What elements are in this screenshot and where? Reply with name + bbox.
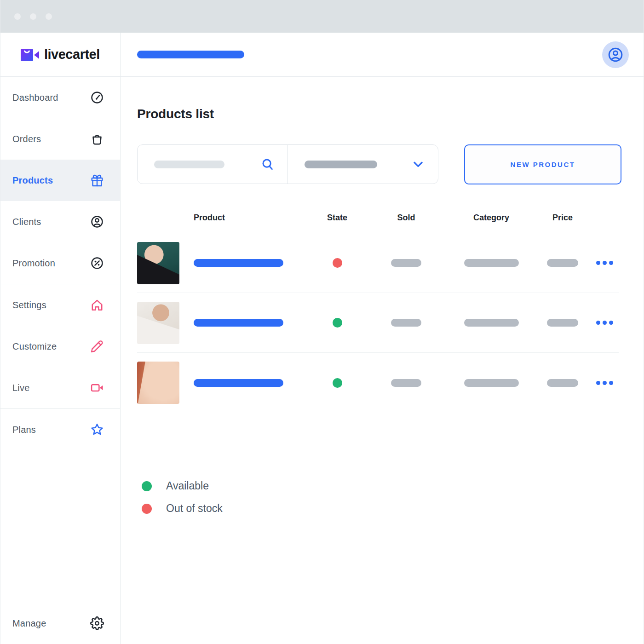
sidebar-item-customize[interactable]: Customize [0, 326, 120, 367]
state-cell [310, 258, 365, 268]
app-window: livecartel Dashboard Orders [0, 0, 644, 644]
state-cell [310, 378, 365, 388]
filters-group [137, 144, 438, 184]
new-product-button[interactable]: NEW PRODUCT [464, 144, 621, 184]
sold-cell [365, 379, 448, 387]
pencil-icon [90, 339, 104, 354]
column-header-sold: Sold [365, 213, 448, 223]
user-avatar-button[interactable] [602, 41, 629, 68]
percent-circle-icon [90, 256, 104, 270]
state-dot [333, 258, 342, 268]
product-name-placeholder [194, 319, 310, 327]
row-actions-menu[interactable] [590, 381, 619, 385]
chevron-down-icon[interactable] [411, 157, 425, 171]
sidebar-item-manage[interactable]: Manage [0, 603, 120, 644]
category-cell [448, 259, 535, 267]
state-cell [310, 318, 365, 328]
video-camera-icon [90, 380, 104, 395]
sidebar-item-label: Dashboard [12, 92, 58, 103]
price-cell [535, 259, 590, 267]
product-name-placeholder [194, 379, 310, 387]
star-icon [90, 422, 104, 437]
price-placeholder [547, 319, 578, 327]
sidebar-item-plans[interactable]: Plans [0, 409, 120, 450]
available-dot [142, 481, 152, 491]
legend-label: Out of stock [166, 502, 223, 515]
sold-cell [365, 319, 448, 327]
window-control-dot[interactable] [14, 13, 21, 20]
category-select[interactable] [288, 145, 438, 184]
legend-out-of-stock: Out of stock [142, 502, 621, 515]
legend-available: Available [142, 480, 621, 492]
state-dot [333, 378, 342, 388]
table-header: Product State Sold Category Price [137, 213, 619, 233]
sold-cell [365, 259, 448, 267]
gear-icon [90, 616, 104, 631]
row-actions-menu[interactable] [590, 261, 619, 265]
sidebar-item-live[interactable]: Live [0, 367, 120, 408]
product-photo[interactable] [137, 362, 194, 404]
brand-logo[interactable]: livecartel [0, 33, 120, 77]
category-cell [448, 319, 535, 327]
main-area: Products list [121, 33, 644, 644]
product-photo[interactable] [137, 302, 194, 344]
column-header-price: Price [535, 213, 590, 223]
sidebar-item-label: Products [12, 175, 53, 186]
sidebar-item-label: Promotion [12, 258, 55, 269]
state-dot [333, 318, 342, 328]
sidebar-item-clients[interactable]: Clients [0, 201, 120, 242]
table-row [137, 293, 619, 353]
status-legend: Available Out of stock [137, 480, 621, 515]
sidebar-item-products[interactable]: Products [0, 160, 120, 201]
sold-placeholder [391, 319, 421, 327]
table-row [137, 233, 619, 293]
sidebar-item-promotion[interactable]: Promotion [0, 242, 120, 284]
shopping-bag-icon [90, 132, 104, 146]
select-value-placeholder [305, 161, 377, 168]
sold-placeholder [391, 259, 421, 267]
sidebar-item-label: Settings [12, 300, 46, 310]
home-icon [90, 298, 104, 312]
content: Products list [121, 77, 644, 515]
product-name-placeholder [194, 259, 310, 267]
user-circle-icon [607, 46, 624, 63]
price-placeholder [547, 259, 578, 267]
sidebar-item-label: Live [12, 383, 30, 393]
sidebar-item-label: Plans [12, 425, 36, 435]
window-titlebar [0, 0, 644, 33]
livecartel-logo-icon [20, 45, 40, 64]
legend-label: Available [166, 480, 209, 492]
sidebar-item-orders[interactable]: Orders [0, 118, 120, 160]
sidebar-item-settings[interactable]: Settings [0, 284, 120, 326]
column-header-state: State [310, 213, 365, 223]
category-cell [448, 379, 535, 387]
user-circle-icon [90, 214, 104, 229]
search-icon[interactable] [261, 157, 275, 171]
sidebar-item-label: Orders [12, 134, 41, 144]
topbar [121, 33, 644, 77]
table-row [137, 353, 619, 413]
out-of-stock-dot [142, 504, 152, 514]
search-placeholder [154, 161, 224, 168]
products-table: Product State Sold Category Price [137, 213, 619, 413]
sidebar-item-label: Manage [12, 618, 46, 629]
column-header-category: Category [448, 213, 535, 223]
product-photo[interactable] [137, 242, 194, 284]
sidebar-item-label: Clients [12, 217, 41, 227]
filters-row: NEW PRODUCT [137, 144, 621, 184]
window-control-dot[interactable] [46, 13, 52, 20]
table-body [137, 233, 619, 413]
sidebar-item-dashboard[interactable]: Dashboard [0, 77, 120, 118]
price-cell [535, 379, 590, 387]
sidebar-item-label: Customize [12, 341, 57, 352]
row-actions-menu[interactable] [590, 321, 619, 325]
sidebar: livecartel Dashboard Orders [0, 33, 121, 644]
sold-placeholder [391, 379, 421, 387]
sidebar-nav: Dashboard Orders [0, 77, 120, 450]
window-control-dot[interactable] [30, 13, 36, 20]
brand-name: livecartel [44, 47, 100, 62]
page-title: Products list [137, 107, 621, 121]
price-cell [535, 319, 590, 327]
search-field[interactable] [138, 145, 288, 184]
category-placeholder [464, 319, 519, 327]
